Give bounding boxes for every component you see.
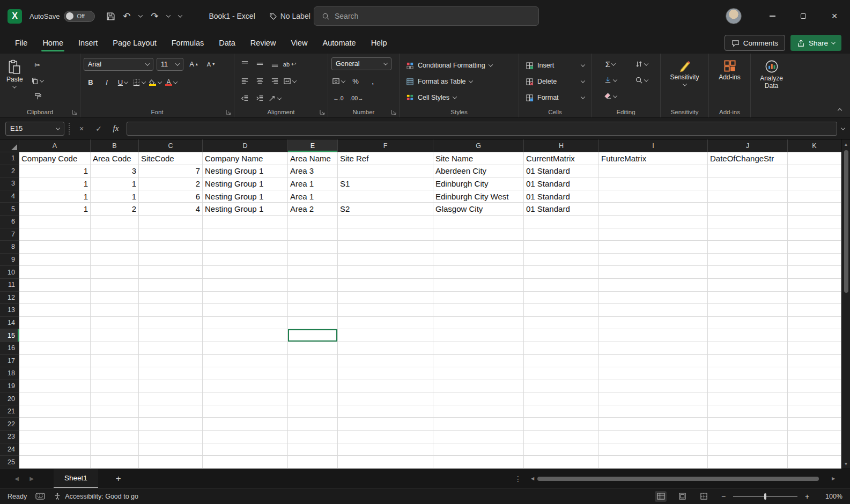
row-header-4[interactable]: 4 <box>0 190 19 203</box>
cell-J7[interactable] <box>708 228 788 241</box>
top-align-button[interactable] <box>238 57 252 71</box>
cell-H11[interactable] <box>524 279 599 292</box>
cell-J8[interactable] <box>708 241 788 254</box>
accounting-format-button[interactable] <box>331 75 345 88</box>
cell-A9[interactable] <box>19 254 91 266</box>
name-box[interactable]: E15 <box>5 122 64 136</box>
number-format-combo[interactable]: General <box>331 57 391 70</box>
font-size-combo[interactable]: 11 <box>157 58 183 71</box>
font-color-button[interactable]: A <box>164 76 178 89</box>
underline-button[interactable]: U <box>116 76 130 89</box>
cell-E23[interactable] <box>288 431 338 443</box>
cell-A17[interactable] <box>19 355 91 368</box>
maximize-button[interactable] <box>788 0 819 32</box>
cell-F16[interactable] <box>338 342 433 355</box>
cell-J2[interactable] <box>708 165 788 178</box>
cell-G19[interactable] <box>433 380 524 393</box>
cell-A4[interactable]: 1 <box>19 190 91 203</box>
cell-K15[interactable] <box>788 329 841 342</box>
borders-button[interactable] <box>132 76 146 89</box>
format-as-table-button[interactable]: Format as Table <box>403 73 515 90</box>
vertical-scrollbar[interactable]: ▲ ▼ <box>841 139 850 469</box>
cell-A22[interactable] <box>19 418 91 431</box>
cell-B4[interactable]: 1 <box>91 190 139 203</box>
page-break-view-button[interactable] <box>698 491 709 502</box>
cell-D18[interactable] <box>203 367 288 380</box>
cell-A20[interactable] <box>19 392 91 405</box>
cell-C18[interactable] <box>139 367 203 380</box>
cell-H1[interactable]: CurrentMatrix <box>524 152 599 165</box>
font-dialog-launcher[interactable] <box>226 109 232 115</box>
cell-I2[interactable] <box>599 165 708 178</box>
row-header-15[interactable]: 15 <box>0 329 19 342</box>
cell-H21[interactable] <box>524 405 599 418</box>
row-header-20[interactable]: 20 <box>0 392 19 405</box>
horizontal-scroll-thumb[interactable] <box>537 477 819 481</box>
cell-J21[interactable] <box>708 405 788 418</box>
cell-F23[interactable] <box>338 431 433 443</box>
row-header-14[interactable]: 14 <box>0 317 19 330</box>
cell-D8[interactable] <box>203 241 288 254</box>
cell-D5[interactable]: Nesting Group 1 <box>203 203 288 216</box>
cell-A23[interactable] <box>19 431 91 443</box>
cell-C13[interactable] <box>139 304 203 317</box>
cell-J1[interactable]: DateOfChangeStr <box>708 152 788 165</box>
cell-I13[interactable] <box>599 304 708 317</box>
cell-G20[interactable] <box>433 392 524 405</box>
scroll-up-button[interactable]: ▲ <box>842 139 850 149</box>
cell-B21[interactable] <box>91 405 139 418</box>
cell-B19[interactable] <box>91 380 139 393</box>
cell-C3[interactable]: 2 <box>139 177 203 190</box>
normal-view-button[interactable] <box>655 491 667 502</box>
menu-data[interactable]: Data <box>211 32 243 54</box>
redo-dropdown[interactable] <box>162 8 174 24</box>
cell-A18[interactable] <box>19 367 91 380</box>
delete-cells-button[interactable]: Delete <box>522 73 588 90</box>
cell-C14[interactable] <box>139 317 203 330</box>
cell-I10[interactable] <box>599 266 708 279</box>
fill-color-button[interactable] <box>148 76 162 89</box>
row-header-8[interactable]: 8 <box>0 241 19 254</box>
page-layout-view-button[interactable] <box>676 491 688 502</box>
cell-C9[interactable] <box>139 254 203 266</box>
cell-F9[interactable] <box>338 254 433 266</box>
menu-help[interactable]: Help <box>364 32 395 54</box>
new-sheet-button[interactable]: + <box>111 471 126 486</box>
cell-C25[interactable] <box>139 456 203 469</box>
cell-F22[interactable] <box>338 418 433 431</box>
scroll-right-button[interactable]: ▶ <box>830 476 837 481</box>
menu-home[interactable]: Home <box>35 32 71 54</box>
cell-F12[interactable] <box>338 292 433 305</box>
cell-C7[interactable] <box>139 228 203 241</box>
horizontal-scroll-track[interactable] <box>536 475 830 483</box>
cell-K13[interactable] <box>788 304 841 317</box>
cell-C5[interactable]: 4 <box>139 203 203 216</box>
row-header-21[interactable]: 21 <box>0 405 19 418</box>
cell-I25[interactable] <box>599 456 708 469</box>
cell-J10[interactable] <box>708 266 788 279</box>
cell-C19[interactable] <box>139 380 203 393</box>
cell-H15[interactable] <box>524 329 599 342</box>
sheet-tab-sheet1[interactable]: Sheet1 <box>54 469 98 488</box>
sort-filter-button[interactable] <box>626 57 657 71</box>
cell-D20[interactable] <box>203 392 288 405</box>
cell-B14[interactable] <box>91 317 139 330</box>
cell-A16[interactable] <box>19 342 91 355</box>
middle-align-button[interactable] <box>253 57 267 71</box>
row-header-9[interactable]: 9 <box>0 254 19 266</box>
cell-F4[interactable] <box>338 190 433 203</box>
row-header-6[interactable]: 6 <box>0 216 19 228</box>
cell-H6[interactable] <box>524 216 599 228</box>
cell-B11[interactable] <box>91 279 139 292</box>
cell-D21[interactable] <box>203 405 288 418</box>
vertical-scroll-thumb[interactable] <box>844 150 848 293</box>
cell-H20[interactable] <box>524 392 599 405</box>
share-button[interactable]: Share <box>790 35 841 51</box>
insert-cells-button[interactable]: Insert <box>522 57 588 73</box>
alignment-dialog-launcher[interactable] <box>320 109 326 115</box>
cell-G8[interactable] <box>433 241 524 254</box>
cell-H19[interactable] <box>524 380 599 393</box>
vertical-scroll-track[interactable] <box>842 149 850 459</box>
column-header-J[interactable]: J <box>708 139 788 152</box>
cell-A25[interactable] <box>19 456 91 469</box>
